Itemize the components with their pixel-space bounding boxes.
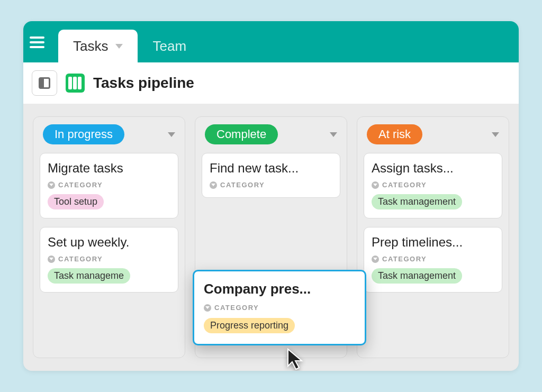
category-label: CATEGORY: [204, 304, 355, 312]
chevron-down-circle-icon: [372, 256, 379, 263]
column-in-progress: In progress Migrate tasks CATEGORY Tool …: [33, 116, 185, 358]
chevron-down-icon[interactable]: [492, 132, 499, 137]
card-title: Set up weekly.: [48, 235, 170, 250]
category-tag[interactable]: Task manageme: [48, 268, 130, 284]
title-bar: Tasks pipeline: [23, 62, 519, 104]
tab-label: Tasks: [73, 38, 108, 54]
category-label: CATEGORY: [210, 181, 332, 189]
column-status-pill[interactable]: At risk: [367, 124, 422, 144]
task-card[interactable]: Prep timelines... CATEGORY Task manageme…: [364, 227, 502, 293]
chevron-down-icon[interactable]: [115, 44, 123, 49]
chevron-down-circle-icon: [210, 181, 217, 189]
column-header: In progress: [40, 124, 178, 144]
chevron-down-icon[interactable]: [330, 132, 337, 137]
category-tag[interactable]: Task management: [372, 194, 462, 209]
card-title: Migrate tasks: [48, 161, 170, 176]
category-tag[interactable]: Tool setup: [48, 194, 104, 209]
column-status-pill[interactable]: Complete: [205, 124, 278, 144]
card-title: Prep timelines...: [372, 235, 494, 250]
dragging-task-card[interactable]: Company pres... CATEGORY Progress report…: [193, 270, 366, 345]
column-status-pill[interactable]: In progress: [43, 124, 124, 144]
column-at-risk: At risk Assign tasks... CATEGORY Task ma…: [357, 116, 509, 358]
category-tag[interactable]: Task management: [372, 268, 462, 284]
view-toggle-button[interactable]: [32, 70, 57, 96]
card-title: Company pres...: [204, 281, 355, 297]
board-title: Tasks pipeline: [93, 75, 194, 92]
category-label: CATEGORY: [372, 255, 494, 263]
category-label: CATEGORY: [48, 181, 170, 189]
category-tag[interactable]: Progress reporting: [204, 318, 295, 333]
chevron-down-circle-icon: [204, 304, 211, 312]
board-icon: [66, 74, 85, 93]
category-label: CATEGORY: [372, 181, 494, 189]
column-header: At risk: [364, 124, 502, 144]
column-header: Complete: [202, 124, 340, 144]
sidebar-panel-icon: [39, 77, 50, 89]
chevron-down-icon[interactable]: [168, 132, 175, 137]
tab-label: Team: [152, 38, 186, 54]
chevron-down-circle-icon: [48, 256, 55, 263]
cursor-icon: [287, 348, 308, 371]
app-window: Tasks Team Tasks pipeline In progress Mi…: [23, 21, 519, 371]
task-card[interactable]: Set up weekly. CATEGORY Task manageme: [40, 227, 178, 293]
chevron-down-circle-icon: [372, 181, 379, 189]
task-card[interactable]: Find new task... CATEGORY: [202, 153, 340, 198]
chevron-down-circle-icon: [48, 181, 55, 189]
task-card[interactable]: Migrate tasks CATEGORY Tool setup: [40, 153, 178, 218]
tab-tasks[interactable]: Tasks: [58, 30, 138, 62]
tab-team[interactable]: Team: [138, 30, 201, 62]
category-label: CATEGORY: [48, 255, 170, 263]
card-title: Find new task...: [210, 161, 332, 176]
task-card[interactable]: Assign tasks... CATEGORY Task management: [364, 153, 502, 218]
svg-marker-0: [288, 349, 302, 369]
top-bar: Tasks Team: [23, 21, 519, 62]
card-title: Assign tasks...: [372, 161, 494, 176]
menu-icon[interactable]: [30, 32, 51, 53]
